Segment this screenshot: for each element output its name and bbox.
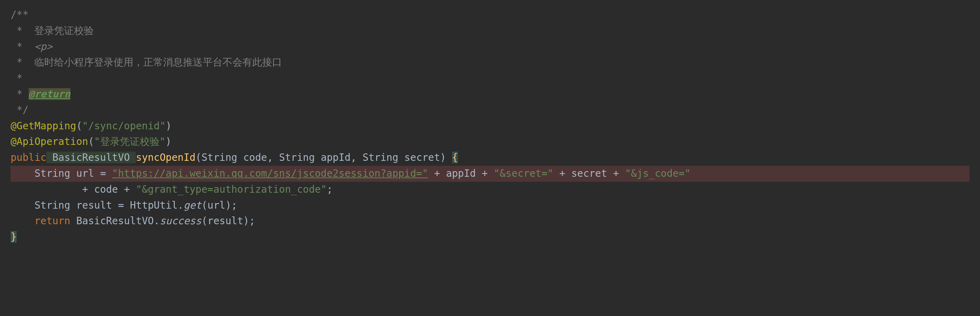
javadoc-line-5: * @return xyxy=(11,86,969,102)
javadoc-close: */ xyxy=(11,102,969,118)
javadoc-open: /** xyxy=(11,7,969,23)
body-line-return: return BasicResultVO.success(result); xyxy=(11,213,969,229)
javadoc-line-2: * <p> xyxy=(11,39,969,55)
body-line-url-cont: + code + "&grant_type=authorization_code… xyxy=(11,182,969,198)
open-brace-highlight: { xyxy=(452,152,458,163)
code-editor[interactable]: /** * 登录凭证校验 * <p> * 临时给小程序登录使用，正常消息推送平台… xyxy=(11,7,969,245)
annotation-apioperation: @ApiOperation("登录凭证校验") xyxy=(11,134,969,150)
javadoc-return-tag: @return xyxy=(29,88,70,100)
method-signature: public BasicResultVO syncOpenId(String c… xyxy=(11,150,969,166)
body-line-httputil: String result = HttpUtil.get(url); xyxy=(11,198,969,214)
return-type-highlight: BasicResultVO xyxy=(46,152,136,163)
close-brace-line: } xyxy=(11,229,17,245)
close-brace-highlight: } xyxy=(11,231,17,243)
javadoc-line-4: * xyxy=(11,70,969,86)
javadoc-line-3: * 临时给小程序登录使用，正常消息推送平台不会有此接口 xyxy=(11,54,969,70)
body-line-url: String url = "https://api.weixin.qq.com/… xyxy=(11,166,969,182)
javadoc-line-1: * 登录凭证校验 xyxy=(11,23,969,39)
annotation-getmapping: @GetMapping("/sync/openid") xyxy=(11,118,969,134)
